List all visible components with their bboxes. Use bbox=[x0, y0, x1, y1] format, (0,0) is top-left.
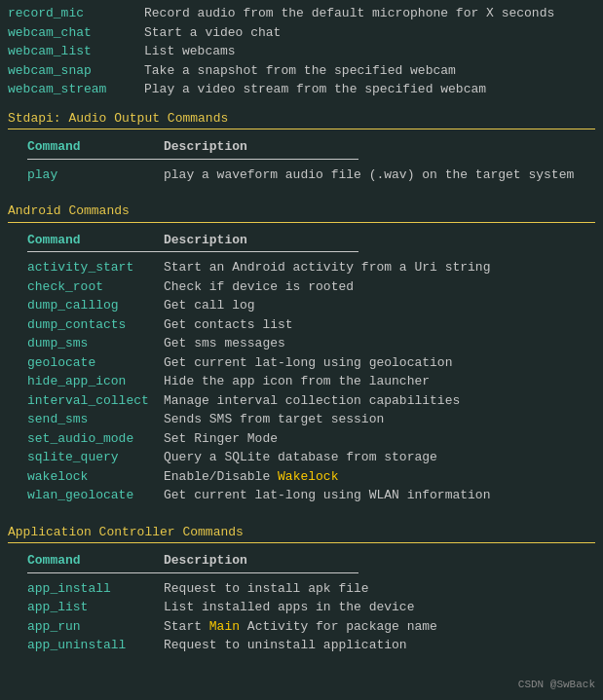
cmd-desc: Enable/Disable Wakelock bbox=[164, 467, 338, 487]
cmd-name: interval_collect bbox=[27, 391, 164, 411]
header-underline bbox=[27, 572, 595, 573]
table-row: set_audio_mode Set Ringer Mode bbox=[27, 429, 595, 449]
underline-desc bbox=[164, 251, 358, 252]
table-row: interval_collect Manage interval collect… bbox=[27, 391, 595, 411]
col-header-desc: Description bbox=[164, 231, 247, 250]
table-row: app_install Request to install apk file bbox=[27, 579, 595, 599]
cmd-name: dump_calllog bbox=[27, 296, 164, 315]
cmd-desc: Play a video stream from the specified w… bbox=[144, 80, 486, 99]
col-header-desc: Description bbox=[164, 137, 247, 157]
cmd-desc: Query a SQLite database from storage bbox=[164, 448, 437, 467]
cmd-name: wakelock bbox=[27, 467, 164, 487]
android-table: Command Description activity_start Start… bbox=[8, 231, 595, 505]
app-controller-table: Command Description app_install Request … bbox=[8, 551, 595, 655]
section-title: Android Commands bbox=[8, 202, 595, 221]
table-row: webcam_streamPlay a video stream from th… bbox=[8, 80, 595, 99]
cmd-desc: Get sms messages bbox=[164, 334, 285, 353]
table-row: play play a waveform audio file (.wav) o… bbox=[27, 166, 595, 185]
cmd-desc: Get current lat-long using geolocation bbox=[164, 353, 452, 373]
cmd-desc: Get call log bbox=[164, 296, 255, 315]
section-divider bbox=[8, 542, 595, 543]
table-header: Command Description bbox=[27, 137, 595, 157]
table-header: Command Description bbox=[27, 231, 595, 250]
cmd-desc: Start Main Activity for package name bbox=[164, 617, 437, 637]
cmd-name: check_root bbox=[27, 277, 164, 297]
cmd-desc: play a waveform audio file (.wav) on the… bbox=[164, 166, 574, 185]
cmd-name: app_list bbox=[27, 598, 164, 617]
underline-cmd bbox=[27, 159, 164, 160]
underline-cmd bbox=[27, 572, 164, 573]
cmd-name: hide_app_icon bbox=[27, 372, 164, 391]
underline-desc bbox=[164, 572, 358, 573]
section-title: Stdapi: Audio Output Commands bbox=[8, 109, 595, 129]
table-row: webcam_snapTake a snapshot from the spec… bbox=[8, 61, 595, 81]
table-row: webcam_chatStart a video chat bbox=[8, 23, 595, 43]
audio-table: Command Description play play a waveform… bbox=[8, 137, 595, 184]
table-row: check_root Check if device is rooted bbox=[27, 277, 595, 297]
table-row: wakelock Enable/Disable Wakelock bbox=[27, 467, 595, 487]
highlight: Wakelock bbox=[278, 469, 338, 484]
header-underline bbox=[27, 159, 595, 160]
cmd-desc: Manage interval collection capabilities bbox=[164, 391, 460, 411]
table-row: dump_contacts Get contacts list bbox=[27, 315, 595, 335]
cmd-name: sqlite_query bbox=[27, 448, 164, 467]
cmd-name: set_audio_mode bbox=[27, 429, 164, 449]
cmd-desc: Request to install apk file bbox=[164, 579, 369, 599]
cmd-desc: Request to uninstall application bbox=[164, 636, 407, 655]
cmd-desc: Start an Android activity from a Uri str… bbox=[164, 258, 490, 277]
cmd-name: dump_contacts bbox=[27, 315, 164, 335]
cmd-name: app_install bbox=[27, 579, 164, 599]
cmd-desc: Sends SMS from target session bbox=[164, 410, 384, 429]
cmd-desc: Start a video chat bbox=[144, 23, 281, 43]
cmd-name: wlan_geolocate bbox=[27, 486, 164, 505]
table-header: Command Description bbox=[27, 551, 595, 571]
cmd-desc: List installed apps in the device bbox=[164, 598, 414, 617]
table-row: sqlite_query Query a SQLite database fro… bbox=[27, 448, 595, 467]
cmd-name: dump_sms bbox=[27, 334, 164, 353]
cmd-desc: Check if device is rooted bbox=[164, 277, 354, 297]
table-row: dump_sms Get sms messages bbox=[27, 334, 595, 353]
top-commands-block: record_micRecord audio from the default … bbox=[0, 0, 603, 107]
table-row: activity_start Start an Android activity… bbox=[27, 258, 595, 277]
cmd-name: record_mic bbox=[8, 4, 144, 23]
table-row: app_uninstall Request to uninstall appli… bbox=[27, 636, 595, 655]
cmd-name: play bbox=[27, 166, 164, 185]
table-row: app_run Start Main Activity for package … bbox=[27, 617, 595, 637]
cmd-name: app_run bbox=[27, 617, 164, 637]
cmd-name: webcam_snap bbox=[8, 61, 144, 81]
highlight: Main bbox=[209, 619, 240, 634]
underline-cmd bbox=[27, 251, 164, 252]
section-app-controller: Application Controller Commands Command … bbox=[0, 521, 603, 667]
watermark: CSDN @SwBack bbox=[518, 677, 595, 693]
table-row: webcam_listList webcams bbox=[8, 42, 595, 61]
table-row: wlan_geolocate Get current lat-long usin… bbox=[27, 486, 595, 505]
section-android: Android Commands Command Description act… bbox=[0, 200, 603, 517]
cmd-name: webcam_stream bbox=[8, 80, 144, 99]
cmd-name: activity_start bbox=[27, 258, 164, 277]
cmd-desc: List webcams bbox=[144, 42, 236, 61]
table-row: geolocate Get current lat-long using geo… bbox=[27, 353, 595, 373]
section-audio-output: Stdapi: Audio Output Commands Command De… bbox=[0, 107, 603, 197]
cmd-desc: Get current lat-long using WLAN informat… bbox=[164, 486, 490, 505]
col-header-cmd: Command bbox=[27, 137, 164, 157]
cmd-desc: Take a snapshot from the specified webca… bbox=[144, 61, 456, 81]
cmd-desc: Record audio from the default microphone… bbox=[144, 4, 554, 23]
cmd-name: webcam_list bbox=[8, 42, 144, 61]
table-row: record_micRecord audio from the default … bbox=[8, 4, 595, 23]
table-row: app_list List installed apps in the devi… bbox=[27, 598, 595, 617]
cmd-desc: Set Ringer Mode bbox=[164, 429, 278, 449]
cmd-name: send_sms bbox=[27, 410, 164, 429]
table-row: send_sms Sends SMS from target session bbox=[27, 410, 595, 429]
table-row: dump_calllog Get call log bbox=[27, 296, 595, 315]
cmd-name: geolocate bbox=[27, 353, 164, 373]
header-underline bbox=[27, 251, 595, 252]
underline-desc bbox=[164, 159, 358, 160]
section-title: Application Controller Commands bbox=[8, 523, 595, 542]
section-divider bbox=[8, 129, 595, 129]
cmd-name: webcam_chat bbox=[8, 23, 144, 43]
section-divider bbox=[8, 222, 595, 223]
cmd-name: app_uninstall bbox=[27, 636, 164, 655]
cmd-desc: Hide the app icon from the launcher bbox=[164, 372, 430, 391]
col-header-desc: Description bbox=[164, 551, 247, 571]
col-header-cmd: Command bbox=[27, 551, 164, 571]
